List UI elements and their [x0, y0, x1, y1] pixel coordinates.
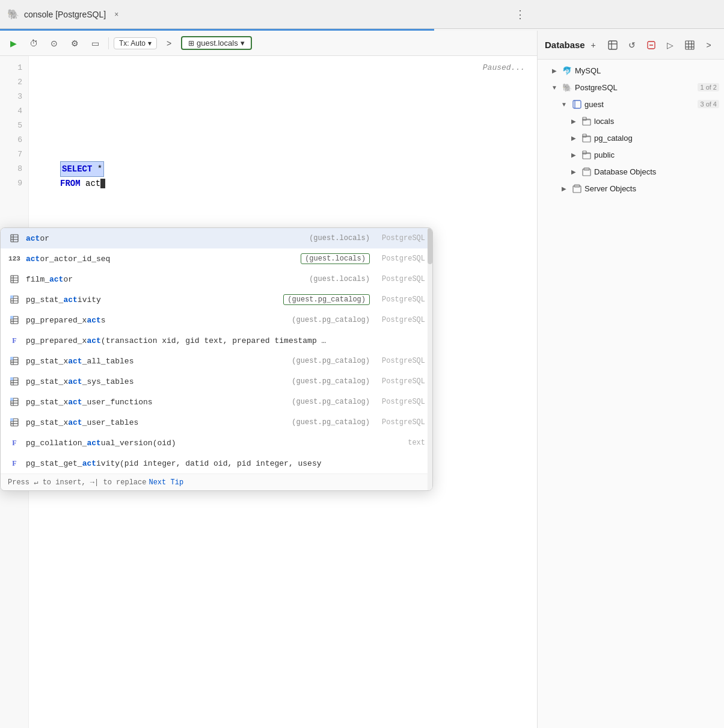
more-options-button[interactable]: ⋮ [515, 8, 526, 21]
ac-item-pg-stat-xact-sys[interactable]: pg_stat_xact_sys_tables (guest.pg_catalo… [1, 371, 432, 392]
ac-item-actor-seq[interactable]: 123 actor_actor_id_seq (guest.locals) Po… [1, 248, 432, 269]
ac-footer-insert: Press ↵ to insert, →| to replace [8, 478, 146, 487]
tx-label: Tx: Auto [119, 39, 146, 48]
svg-rect-17 [10, 316, 13, 319]
ac-item-actor[interactable]: actor (guest.locals) PostgreSQL [1, 228, 432, 248]
tree-item-server-objects[interactable]: ▶ Server Objects [538, 180, 724, 197]
ac-name-pg-prepared-xact-func: pg_prepared_xact(transaction xid, gid te… [26, 336, 413, 345]
ac-db-pg-stat-activity: PostgreSQL [370, 295, 425, 304]
ac-schema-pg-stat-xact-all: (guest.pg_catalog) [292, 357, 370, 365]
mysql-icon: 🐬 [562, 66, 572, 75]
ac-db-pg-stat-xact-sys: PostgreSQL [370, 377, 425, 386]
record-button[interactable]: ⊙ [46, 35, 63, 52]
toolbar-separator-1 [108, 37, 109, 49]
ac-db-pg-stat-xact-all: PostgreSQL [370, 357, 425, 365]
code-line-7 [36, 147, 530, 162]
ac-item-pg-collation-actual[interactable]: F pg_collation_actual_version(oid) text [1, 433, 432, 453]
tree-label-guest: guest [584, 100, 693, 109]
ac-name-pg-stat-get-activity: pg_stat_get_activity(pid integer, datid … [26, 459, 425, 468]
keyword-from: FROM [60, 179, 81, 188]
view-icon-4 [8, 377, 21, 386]
tree-item-guest[interactable]: ▼ guest 3 of 4 [538, 96, 724, 113]
paused-label: Paused... [483, 61, 525, 75]
ac-db-pg-stat-xact-utbl: PostgreSQL [370, 418, 425, 427]
svg-rect-32 [10, 398, 13, 401]
tree-item-locals[interactable]: ▶ locals [538, 113, 724, 129]
tree-item-pg-catalog[interactable]: ▶ pg_catalog [538, 129, 724, 146]
ac-schema-pg-prepared-xacts: (guest.pg_catalog) [292, 316, 370, 324]
db-more-button[interactable]: > [701, 37, 717, 54]
schema-selector[interactable]: ⊞ guest.locals ▾ [181, 36, 252, 50]
tree-badge-postgresql: 1 of 2 [698, 83, 719, 91]
ac-name-pg-stat-activity: pg_stat_activity [26, 295, 278, 304]
ac-name-pg-prepared-xacts: pg_prepared_xacts [26, 316, 287, 325]
tree-item-mysql[interactable]: ▶ 🐬 MySQL [538, 62, 724, 79]
run-button[interactable]: ▶ [5, 35, 22, 52]
schema-arrow: ▾ [241, 39, 245, 48]
line-num-4: 4 [0, 104, 22, 119]
arrow-button[interactable]: > [161, 35, 177, 52]
tree-label-mysql: MySQL [575, 66, 719, 75]
ac-item-pg-stat-xact-all[interactable]: pg_stat_xact_all_tables (guest.pg_catalo… [1, 351, 432, 371]
seq-icon: 123 [8, 255, 21, 262]
layout-button[interactable]: ▭ [87, 35, 103, 52]
ac-item-pg-prepared-xact-func[interactable]: F pg_prepared_xact(transaction xid, gid … [1, 330, 432, 351]
autocomplete-popup: actor (guest.locals) PostgreSQL 123 acto… [0, 227, 433, 491]
pg-icon-tree: 🐘 [562, 83, 572, 92]
line-num-3: 3 [0, 90, 22, 104]
tx-selector[interactable]: Tx: Auto ▾ [114, 37, 157, 49]
ac-item-film-actor[interactable]: film_actor (guest.locals) PostgreSQL [1, 269, 432, 289]
code-line-6 [36, 133, 530, 147]
ac-schema-pg-stat-xact-utbl: (guest.pg_catalog) [292, 418, 370, 427]
line-num-2: 2 [0, 75, 22, 90]
text-cursor [100, 179, 105, 188]
server-objects-icon [571, 184, 582, 193]
ac-item-pg-stat-xact-utbl[interactable]: pg_stat_xact_user_tables (guest.pg_catal… [1, 412, 432, 433]
folder-icon-pg-catalog [581, 134, 592, 143]
scrollbar-thumb[interactable] [428, 228, 432, 264]
tree-arrow-mysql: ▶ [550, 67, 559, 74]
editor-panel: ▶ ⏱ ⊙ ⚙ ▭ Tx: Auto ▾ > ⊞ guest.locals ▾ … [0, 31, 538, 728]
svg-rect-12 [10, 295, 13, 298]
tab-title: console [PostgreSQL] [24, 10, 106, 19]
tx-arrow: ▾ [148, 39, 152, 48]
schema-icon-tree [571, 100, 582, 109]
ac-db-actor: PostgreSQL [370, 234, 425, 242]
tree-item-public[interactable]: ▶ public [538, 146, 724, 163]
ac-name-pg-stat-xact-sys: pg_stat_xact_sys_tables [26, 377, 287, 386]
line-num-7: 7 [0, 147, 22, 162]
ac-item-pg-stat-activity[interactable]: pg_stat_activity (guest.pg_catalog) Post… [1, 289, 432, 310]
ac-item-pg-prepared-xacts[interactable]: pg_prepared_xacts (guest.pg_catalog) Pos… [1, 310, 432, 330]
db-table-button[interactable] [681, 37, 698, 54]
editor-toolbar: ▶ ⏱ ⊙ ⚙ ▭ Tx: Auto ▾ > ⊞ guest.locals ▾ [0, 31, 537, 56]
close-tab-button[interactable]: × [111, 9, 122, 20]
next-tip-button[interactable]: Next Tip [149, 478, 183, 487]
db-disconnect-button[interactable] [643, 37, 660, 54]
tree-arrow-pg-catalog: ▶ [569, 135, 578, 141]
db-add-button[interactable]: + [585, 37, 602, 54]
from-keyword: FROM act [60, 176, 105, 191]
ac-name-actor: actor [26, 234, 304, 243]
ac-name-pg-stat-xact-utbl: pg_stat_xact_user_tables [26, 418, 287, 427]
ac-name-film-actor: film_actor [26, 275, 304, 284]
line-num-8: 8 [0, 162, 22, 176]
code-editor[interactable]: 1 2 3 4 5 6 7 8 9 Paused... SELE [0, 56, 537, 728]
code-line-4 [36, 104, 530, 119]
db-console-button[interactable]: ▷ [662, 37, 679, 54]
db-refresh-button[interactable]: ↺ [624, 37, 640, 54]
history-button[interactable]: ⏱ [25, 35, 42, 52]
tree-item-postgresql[interactable]: ▼ 🐘 PostgreSQL 1 of 2 [538, 79, 724, 96]
db-panel-title: Database [545, 40, 585, 50]
db-schema-button[interactable] [604, 37, 621, 54]
ac-name-actor-seq: actor_actor_id_seq [26, 254, 296, 264]
ac-name-pg-stat-xact-all: pg_stat_xact_all_tables [26, 357, 287, 366]
select-highlight: SELECT * [60, 161, 104, 177]
schema-icon: ⊞ [188, 39, 194, 48]
ac-item-pg-stat-get-activity[interactable]: F pg_stat_get_activity(pid integer, dati… [1, 453, 432, 474]
ac-db-actor-seq: PostgreSQL [370, 254, 425, 263]
ac-item-pg-stat-xact-ufunc[interactable]: pg_stat_xact_user_functions (guest.pg_ca… [1, 392, 432, 412]
view-icon [8, 295, 21, 304]
settings-button[interactable]: ⚙ [66, 35, 83, 52]
tree-item-db-objects[interactable]: ▶ Database Objects [538, 163, 724, 180]
scrollbar-track[interactable] [428, 228, 432, 490]
